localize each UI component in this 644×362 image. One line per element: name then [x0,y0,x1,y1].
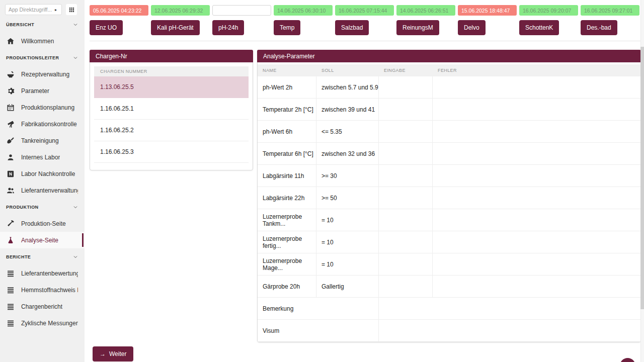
param-name-cell: Luzernerprobe fertig... [258,231,316,253]
quick-button-salzbad[interactable]: Salzbad [335,20,369,35]
param-fehler-cell [433,76,640,98]
hammer-icon [7,220,15,228]
timestamp-badge: 15.06.2025 18:48:47 [458,5,517,16]
sidebar-item-parameter[interactable]: Parameter [0,82,85,99]
sidebar-section-produktion[interactable]: PRODUKTION [0,199,85,215]
chevron-down-icon [72,55,78,61]
telescope-icon [7,120,15,128]
quick-button-delvo[interactable]: Delvo [458,20,486,35]
param-name-cell: ph-Wert 2h [258,76,316,98]
sidebar-item-rezeptverwaltung[interactable]: Rezeptverwaltung [0,66,85,82]
analyse-row: Labgärsirte 11h>= 30 [258,165,640,187]
quick-tile: 16.06.2025 09:20:07SchottenK [519,5,578,35]
param-input-cell[interactable] [379,320,640,341]
flask-icon [7,236,15,244]
quick-tile: 16.06.2025 09:27:01Des.-bad [581,5,639,35]
app-grid-button[interactable] [66,4,77,15]
sidebar-item-lieferantenbewertung[interactable]: Lieferantenbewertung [0,265,85,282]
param-fehler-cell [433,99,640,120]
sidebar-item-label: Labor Nachkontrolle [21,170,75,177]
param-name-cell: Labgärsirte 22h [258,187,316,209]
param-eingabe-cell[interactable] [379,99,433,120]
sidebar-section-übersicht[interactable]: ÜBERSICHT [0,16,85,33]
param-input-cell[interactable] [379,298,640,319]
quick-button-ph-24h[interactable]: pH-24h [212,20,244,35]
quick-access-input[interactable] [9,7,55,13]
weiter-button[interactable]: → Weiter [93,346,133,361]
sidebar-item-chargenbericht[interactable]: Chargenbericht [0,298,85,315]
analyse-panel-body: NAMESOLLEINGABEFEHLER ph-Wert 2hzwischen… [258,62,640,342]
sidebar-item-produktion-seite[interactable]: Produktion-Seite [0,215,85,232]
sidebar-item-tankreinigung[interactable]: Tankreinigung [0,132,85,149]
param-eingabe-cell[interactable] [379,209,433,231]
param-eingabe-cell[interactable] [379,276,433,297]
param-eingabe-cell[interactable] [379,187,433,209]
timestamp-input[interactable] [212,5,271,16]
analyse-panel-title: Analyse-Parameter [257,50,641,62]
analyse-row: Temperatur 6h [°C]zwischen 32 und 36 [258,143,640,165]
quick-tiles-row: 05.06.2025 04:23:22Enz UO12.06.2025 06:2… [90,5,641,35]
combobox-arrow-icon[interactable]: ▸ [55,8,57,12]
sidebar-section-produktionsleiter[interactable]: PRODUKTIONSLEITER [0,49,85,66]
sidebar-item-labor-nachkontrolle[interactable]: Labor Nachkontrolle [0,165,85,182]
sidebar-item-label: Willkommen [21,38,54,45]
sidebar-item-produktionsplanung[interactable]: Produktionsplanung [0,99,85,116]
sidebar-section-label: ÜBERSICHT [6,22,34,27]
param-eingabe-cell[interactable] [379,121,433,142]
quick-tile: 14.06.2025 06:30:10Temp [274,5,333,35]
param-eingabe-cell[interactable] [379,231,433,253]
page-scrollbar[interactable] [640,0,644,362]
sidebar-item-fabrikationskontrolle[interactable]: Fabrikationskontrolle [0,116,85,132]
quick-tile: 14.06.2025 06:26:51ReinungsM [396,5,455,35]
sidebar-item-label: Tankreinigung [21,137,59,144]
quick-button-kali-ph-gerät[interactable]: Kali pH-Gerät [151,20,200,35]
sidebar-item-label: Lieferantenverwaltung [21,187,78,194]
sidebar-item-zyklische-messungen[interactable]: Zyklische Messungen [0,315,85,331]
quick-button-enz-uo[interactable]: Enz UO [90,20,123,35]
quick-button-temp[interactable]: Temp [274,20,300,35]
sidebar-item-label: Internes Labor [21,154,60,161]
chargen-row[interactable]: 1.13.06.25.5 [94,76,249,98]
chargen-panel: Chargen-Nr CHARGEN NUMMER 1.13.06.25.51.… [90,50,253,170]
quick-access-combobox[interactable]: ▸ [5,4,62,15]
scrollbar-thumb[interactable] [640,47,644,309]
analyse-column-header: EINGABE [379,68,433,73]
sidebar: ▸ ÜBERSICHTWillkommenPRODUKTIONSLEITERRe… [0,0,85,362]
analyse-row: Luzernerprobe Mage...= 10 [258,253,640,276]
quick-button-des-bad[interactable]: Des.-bad [581,20,617,35]
param-eingabe-cell[interactable] [379,76,433,98]
param-fehler-cell [433,276,640,297]
main-content: 05.06.2025 04:23:22Enz UO12.06.2025 06:2… [85,0,644,362]
param-eingabe-cell[interactable] [379,165,433,187]
param-name-cell: ph-Wert 6h [258,121,316,142]
sidebar-item-internes-labor[interactable]: Internes Labor [0,149,85,165]
sidebar-section-label: BERICHTE [6,254,31,259]
quick-button-reinungsm[interactable]: ReinungsM [396,20,439,35]
sidebar-item-hemmstoffnachweis-ber[interactable]: Hemmstoffnachweis Ber... [0,282,85,298]
sidebar-item-willkommen[interactable]: Willkommen [0,33,85,49]
calendar-icon [7,104,15,112]
analyse-row: Visum [258,320,640,342]
param-eingabe-cell[interactable] [379,143,433,164]
param-soll-cell: Gallertig [316,276,379,297]
sidebar-section-berichte[interactable]: BERICHTE [0,248,85,265]
analyse-panel: Analyse-Parameter NAMESOLLEINGABEFEHLER … [257,50,641,342]
chargen-row[interactable]: 1.16.06.25.3 [94,141,249,163]
chargen-row[interactable]: 1.16.06.25.2 [94,120,249,141]
param-soll-cell: >= 30 [316,165,379,187]
quick-button-schottenk[interactable]: SchottenK [519,20,559,35]
sidebar-item-lieferantenverwaltung[interactable]: Lieferantenverwaltung [0,182,85,199]
param-name-cell: Luzernerprobe Mage... [258,253,316,275]
weiter-button-label: Weiter [109,350,126,357]
param-name-cell: Bemerkung [258,298,379,319]
chargen-row[interactable]: 1.16.06.25.1 [94,98,249,120]
sidebar-item-analyse-seite[interactable]: Analyse-Seite [0,232,85,248]
param-eingabe-cell[interactable] [379,253,433,275]
param-soll-cell: <= 5.35 [316,121,379,142]
home-icon [7,37,15,45]
analyse-row: Luzernerprobe fertig...= 10 [258,231,640,253]
sidebar-section-label: PRODUKTIONSLEITER [6,55,59,60]
quick-tile: 15.06.2025 18:48:47Delvo [458,5,517,35]
quick-tile: pH-24h [212,5,271,35]
param-soll-cell: = 10 [316,209,379,231]
